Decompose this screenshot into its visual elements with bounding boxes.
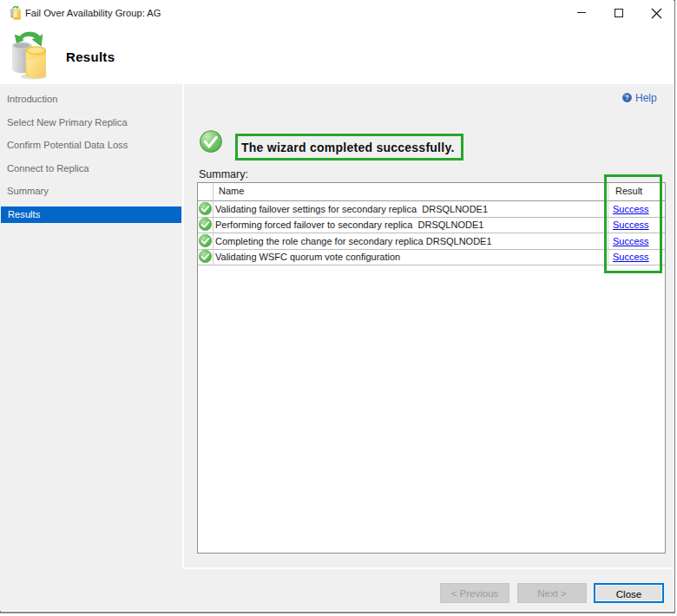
- svg-text:?: ?: [625, 94, 629, 102]
